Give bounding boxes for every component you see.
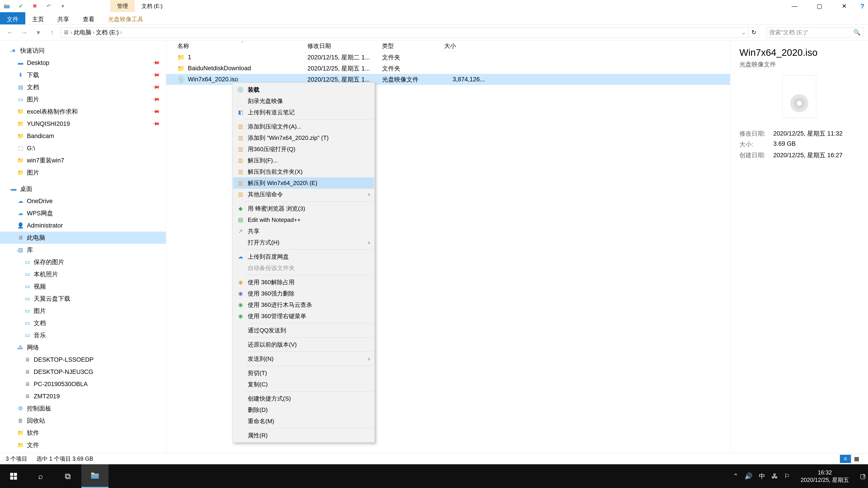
- tray-volume-icon[interactable]: 🔊: [745, 473, 752, 480]
- tree-admin[interactable]: 👤Administrator: [0, 219, 166, 232]
- menu-properties[interactable]: 属性(R): [233, 430, 374, 441]
- menu-mount[interactable]: 💿装载: [233, 84, 374, 95]
- tree-libraries[interactable]: ⌄▥库: [0, 244, 166, 256]
- undo-icon[interactable]: ↶: [44, 2, 53, 11]
- tree-pc3[interactable]: 🖥PC-20190530OBLA: [0, 378, 166, 390]
- menu-delete[interactable]: 删除(D): [233, 404, 374, 416]
- tray-clock[interactable]: 16:32 2020/12/25, 星期五: [796, 469, 854, 484]
- menu-share[interactable]: ↗共享: [233, 225, 374, 237]
- column-date[interactable]: 修改日期: [305, 42, 380, 50]
- menu-copy[interactable]: 复制(C): [233, 379, 374, 390]
- tree-pictures2[interactable]: 📁图片: [0, 166, 166, 179]
- expand-icon[interactable]: ⌄: [16, 247, 20, 253]
- tray-notifications-icon[interactable]: ▢3: [860, 473, 866, 480]
- menu-360-trojan[interactable]: ◉使用 360进行木马云查杀: [233, 299, 374, 311]
- menu-bee-browser[interactable]: ◆用 蜂蜜浏览器 浏览(3): [233, 203, 374, 214]
- ribbon-share-tab[interactable]: 共享: [51, 12, 76, 24]
- menu-extract-to[interactable]: ▥解压到(F)...: [233, 155, 374, 166]
- ribbon-file-tab[interactable]: 文件: [0, 12, 25, 24]
- start-button[interactable]: [0, 464, 27, 488]
- task-view-button[interactable]: ⧉: [54, 464, 81, 488]
- tree-win7reinstall[interactable]: 📁win7重装win7: [0, 154, 166, 166]
- menu-open-360zip[interactable]: ▥用360压缩打开(Q): [233, 143, 374, 155]
- tree-pc4[interactable]: 🖥ZMT2019: [0, 390, 166, 402]
- tree-desktop-section[interactable]: ⌄▬桌面: [0, 183, 166, 195]
- tree-bandicam[interactable]: 📁Bandicam: [0, 130, 166, 142]
- tree-pictures[interactable]: ▭图片📌: [0, 93, 166, 105]
- expand-icon[interactable]: ⌄: [16, 345, 20, 350]
- menu-extract-here[interactable]: ▥解压到当前文件夹(X): [233, 166, 374, 177]
- tray-security-icon[interactable]: ⚐: [784, 473, 790, 480]
- search-icon[interactable]: 🔍: [853, 29, 861, 36]
- tree-camera-roll[interactable]: ▭本机照片: [0, 268, 166, 281]
- menu-burn[interactable]: 刻录光盘映像: [233, 95, 374, 107]
- tree-saved-pics[interactable]: ▭保存的图片: [0, 256, 166, 268]
- app-icon[interactable]: [2, 2, 11, 11]
- breadcrumb-sep[interactable]: ›: [93, 29, 95, 36]
- tree-software[interactable]: 📁软件: [0, 427, 166, 439]
- refresh-button[interactable]: ↻: [749, 27, 759, 38]
- tree-desktop[interactable]: ▬Desktop📌: [0, 57, 166, 69]
- tree-recycle[interactable]: 🗑回收站: [0, 415, 166, 427]
- menu-add-zip[interactable]: ▥添加到 "Win7x64_2020.zip" (T): [233, 132, 374, 143]
- close-button[interactable]: ✕: [832, 0, 857, 12]
- menu-send-to[interactable]: 发送到(N)›: [233, 353, 374, 364]
- breadcrumb[interactable]: 🖥 › 此电脑 › 文档 (E:) › ⌄: [61, 27, 749, 38]
- tree-this-pc[interactable]: 🖥此电脑: [0, 232, 166, 244]
- view-details-button[interactable]: ≡: [840, 455, 851, 463]
- qat-dropdown-icon[interactable]: ▾: [58, 2, 67, 11]
- menu-rename[interactable]: 重命名(M): [233, 416, 374, 427]
- tree-wps[interactable]: ☁WPS网盘: [0, 207, 166, 219]
- menu-restore-prev[interactable]: 还原以前的版本(V): [233, 339, 374, 350]
- tree-pc1[interactable]: 🖥DESKTOP-LSSOEDP: [0, 354, 166, 366]
- menu-open-with[interactable]: 打开方式(H)›: [233, 237, 374, 248]
- menu-notepad[interactable]: ▤Edit with Notepad++: [233, 214, 374, 225]
- tree-videos[interactable]: ▭视频: [0, 281, 166, 293]
- tree-files[interactable]: 📁文件: [0, 439, 166, 451]
- maximize-button[interactable]: ▢: [807, 0, 832, 12]
- tray-ime-icon[interactable]: 中: [759, 472, 765, 481]
- breadcrumb-this-pc[interactable]: 此电脑: [74, 29, 91, 36]
- expand-icon[interactable]: ⌄: [9, 48, 13, 53]
- nav-recent-dropdown[interactable]: ▾: [33, 27, 44, 38]
- column-name[interactable]: 名称: [175, 42, 305, 50]
- file-row[interactable]: 📁1 2020/12/15, 星期二 1... 文件夹: [166, 52, 730, 63]
- ribbon-disc-tools-tab[interactable]: 光盘映像工具: [101, 12, 150, 24]
- taskbar-search-button[interactable]: ⌕: [27, 464, 54, 488]
- breadcrumb-sep[interactable]: ›: [120, 29, 122, 36]
- nav-back-button[interactable]: ←: [4, 27, 16, 38]
- manage-context-tab[interactable]: 管理: [110, 0, 135, 12]
- tray-network-icon[interactable]: 🖧: [772, 473, 778, 480]
- tree-tianyi[interactable]: ▭天翼云盘下载: [0, 293, 166, 305]
- menu-youdao[interactable]: ◧上传到有道云笔记: [233, 107, 374, 118]
- tree-quick-access[interactable]: ⌄★快速访问: [0, 44, 166, 57]
- tree-pictures3[interactable]: ▭图片: [0, 305, 166, 317]
- column-size[interactable]: 大小: [442, 42, 487, 50]
- tray-chevron-icon[interactable]: ⌃: [733, 473, 738, 480]
- column-type[interactable]: 类型: [380, 42, 442, 50]
- nav-up-button[interactable]: ↑: [46, 27, 58, 38]
- menu-baidu-upload[interactable]: ☁上传到百度网盘: [233, 251, 374, 262]
- breadcrumb-drive[interactable]: 文档 (E:): [96, 29, 119, 36]
- expand-icon[interactable]: ⌄: [9, 186, 13, 192]
- menu-add-archive[interactable]: ▥添加到压缩文件(A)...: [233, 121, 374, 132]
- ribbon-home-tab[interactable]: 主页: [25, 12, 51, 24]
- taskbar-explorer-button[interactable]: [81, 464, 108, 488]
- breadcrumb-sep[interactable]: ›: [70, 29, 72, 36]
- tree-downloads[interactable]: ⬇下载📌: [0, 69, 166, 81]
- close-red-icon[interactable]: ✖: [30, 2, 39, 11]
- minimize-button[interactable]: —: [782, 0, 807, 12]
- menu-360-force-delete[interactable]: ◉使用 360强力删除: [233, 288, 374, 299]
- breadcrumb-dropdown-icon[interactable]: ⌄: [741, 29, 746, 36]
- menu-360-manage[interactable]: ◉使用 360管理右键菜单: [233, 311, 374, 322]
- ribbon-view-tab[interactable]: 查看: [76, 12, 101, 24]
- menu-qq-send[interactable]: 通过QQ发送到: [233, 325, 374, 336]
- menu-shortcut[interactable]: 创建快捷方式(S): [233, 393, 374, 404]
- tree-onedrive[interactable]: ☁OneDrive: [0, 195, 166, 207]
- menu-360-unlock[interactable]: ◉使用 360解除占用: [233, 276, 374, 288]
- file-row[interactable]: 📁BaiduNetdiskDownload 2020/12/25, 星期五 1.…: [166, 63, 730, 74]
- nav-forward-button[interactable]: →: [19, 27, 30, 38]
- menu-cut[interactable]: 剪切(T): [233, 367, 374, 379]
- view-icons-button[interactable]: ▦: [851, 455, 862, 463]
- menu-other-zip[interactable]: ▥其他压缩命令›: [233, 189, 374, 200]
